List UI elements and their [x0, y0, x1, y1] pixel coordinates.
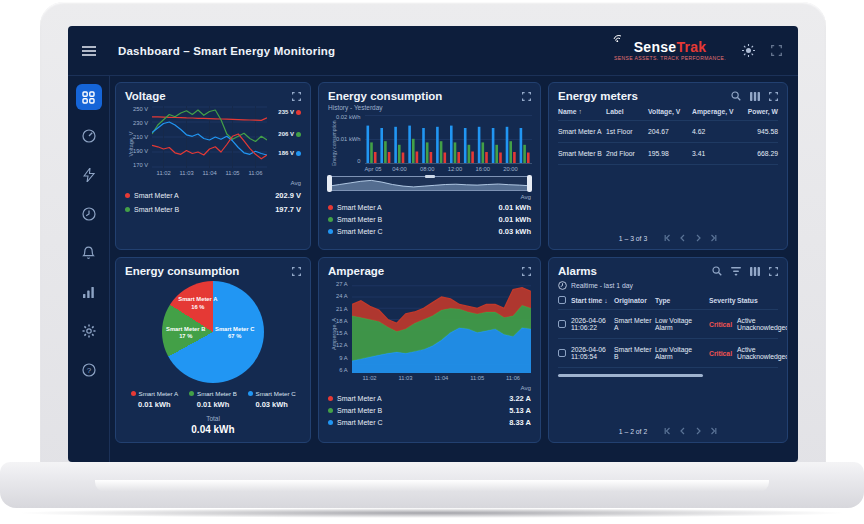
select-all-checkbox[interactable] [558, 296, 566, 304]
column-originator[interactable]: Originator [614, 297, 655, 304]
logo-text: SenseTrak [614, 40, 726, 54]
column-power[interactable]: Power, W [740, 108, 778, 115]
voltage-title: Voltage [125, 90, 166, 102]
alarm-type: Low Voltage Alarm [655, 317, 709, 331]
column-severity[interactable]: Severity [709, 297, 737, 304]
brand-logo: SenseTrak SENSE ASSETS. TRACK PERFORMANC… [614, 40, 726, 61]
bell-icon [82, 246, 95, 260]
column-voltage[interactable]: Voltage, V [648, 108, 692, 115]
chart-range-navigator[interactable] [328, 176, 531, 191]
header-right: SenseTrak SENSE ASSETS. TRACK PERFORMANC… [614, 40, 798, 61]
column-status[interactable]: Status [737, 297, 782, 304]
columns-icon [750, 92, 760, 101]
laptop-shadow [14, 508, 850, 518]
row-checkbox[interactable] [558, 349, 566, 357]
legend-item-smart-meter-b[interactable]: Smart Meter B5.13 A [328, 406, 531, 415]
horizontal-scrollbar[interactable] [558, 374, 703, 377]
navigator-right-handle[interactable] [527, 175, 532, 192]
sidebar-item-alarms[interactable] [76, 240, 102, 266]
sidebar-item-help[interactable]: ? [76, 357, 102, 383]
fullscreen-button[interactable] [771, 45, 782, 56]
voltage-y-axis-label: Voltage, V [125, 106, 133, 176]
voltage-fullscreen-button[interactable] [292, 92, 301, 101]
voltage-latest-values: 235 V 206 V 186 V [267, 106, 301, 176]
fullscreen-icon [292, 92, 301, 101]
meters-search-button[interactable] [731, 91, 741, 101]
navigator-preview-chart [329, 177, 530, 190]
row-checkbox[interactable] [558, 320, 566, 328]
latest-value: 206 V [278, 131, 301, 137]
column-name[interactable]: Name ↑ [558, 108, 606, 115]
page-last-button[interactable] [709, 427, 717, 435]
amperage-fullscreen-button[interactable] [522, 267, 531, 276]
page-next-button[interactable] [694, 427, 702, 435]
legend-item-smart-meter-a[interactable]: Smart Meter A202.9 V [125, 191, 301, 200]
alarm-type: Low Voltage Alarm [655, 346, 709, 360]
alarms-search-button[interactable] [712, 266, 722, 276]
dashboard-app: Dashboard – Smart Energy Monitoring Sens… [68, 26, 798, 462]
legend-item-smart-meter-c[interactable]: Smart Meter C8.33 A [328, 418, 531, 427]
meters-fullscreen-button[interactable] [769, 92, 778, 101]
pie-total-label: Total [125, 415, 301, 422]
legend-item-smart-meter-a[interactable]: Smart Meter A 0.01 kWh [125, 390, 184, 409]
sidebar-item-history[interactable] [76, 201, 102, 227]
sidebar-item-settings[interactable] [76, 318, 102, 344]
legend-item-smart-meter-c[interactable]: Smart Meter C0.03 kWh [328, 227, 531, 236]
logo-tagline: SENSE ASSETS. TRACK PERFORMANCE. [614, 56, 726, 61]
alarms-filter-button[interactable] [731, 267, 741, 276]
page-prev-button[interactable] [679, 427, 687, 435]
table-row[interactable]: 2026-04-0611:06:22 Smart Meter A Low Vol… [558, 309, 778, 338]
page-first-button[interactable] [664, 427, 672, 435]
gauge-icon [82, 129, 96, 143]
fullscreen-icon [769, 92, 778, 101]
gear-icon [82, 324, 96, 338]
avg-label: Avg [328, 384, 531, 391]
alarm-start-time: 2026-04-0611:06:22 [571, 317, 614, 331]
panel-amperage: Amperage Amperage, A 27 A24 A21 A18 A15 … [318, 257, 541, 443]
menu-button[interactable] [68, 46, 110, 56]
alarms-columns-button[interactable] [750, 267, 760, 276]
energy-bar-fullscreen-button[interactable] [522, 92, 531, 101]
theme-toggle-button[interactable] [742, 44, 755, 57]
energy-pie-chart[interactable]: Smart Meter C67 % Smart Meter B17 % Smar… [162, 281, 264, 383]
legend-item-smart-meter-b[interactable]: Smart Meter B0.01 kWh [328, 215, 531, 224]
sidebar-item-statistics[interactable] [76, 279, 102, 305]
page-title: Dashboard – Smart Energy Monitoring [118, 45, 335, 57]
alarms-fullscreen-button[interactable] [769, 267, 778, 276]
page-first-button[interactable] [664, 234, 672, 242]
page-last-button[interactable] [709, 234, 717, 242]
pie-fullscreen-button[interactable] [292, 267, 301, 276]
table-row[interactable]: Smart Meter A 1st Floor 204.67 4.62 945.… [558, 120, 778, 142]
legend-item-smart-meter-c[interactable]: Smart Meter C 0.03 kWh [242, 390, 301, 409]
column-start-time[interactable]: Start time ↓ [571, 297, 614, 304]
table-row[interactable]: Smart Meter B 2nd Floor 195.98 3.41 668.… [558, 142, 778, 164]
alarms-pagination: 1 – 2 of 2 [558, 423, 778, 435]
meters-columns-button[interactable] [750, 92, 760, 101]
table-row[interactable]: 2026-04-0611:05:54 Smart Meter B Low Vol… [558, 338, 778, 367]
laptop-lid: Dashboard – Smart Energy Monitoring Sens… [40, 2, 826, 480]
sidebar-item-dashboard[interactable] [76, 84, 102, 110]
legend-item-smart-meter-a[interactable]: Smart Meter A3.22 A [328, 394, 531, 403]
legend-item-smart-meter-a[interactable]: Smart Meter A0.01 kWh [328, 203, 531, 212]
legend-item-smart-meter-b[interactable]: Smart Meter B197.7 V [125, 205, 301, 214]
search-icon [712, 266, 722, 276]
alarms-realtime-filter[interactable]: Realtime - last 1 day [558, 281, 778, 290]
latest-value: 186 V [278, 150, 301, 156]
fullscreen-icon [522, 92, 531, 101]
navigator-left-handle[interactable] [327, 175, 332, 192]
main-grid: Voltage Voltage, V 250 V230 V210 V190 V1… [110, 76, 798, 462]
page-next-button[interactable] [694, 234, 702, 242]
sidebar-item-energy[interactable] [76, 162, 102, 188]
column-type[interactable]: Type [655, 297, 709, 304]
alarms-title: Alarms [558, 265, 597, 277]
amperage-y-axis-label: Amperage, A [328, 281, 336, 381]
alarms-table-header: Start time ↓ Originator Type Severity St… [558, 290, 778, 309]
avg-label: Avg [328, 193, 531, 200]
panel-energy-consumption-history: Energy consumption History - Yesterday E… [318, 82, 541, 250]
legend-item-smart-meter-b[interactable]: Smart Meter B 0.01 kWh [184, 390, 243, 409]
pie-slice-label-a: Smart Meter A16 % [178, 296, 217, 311]
column-label[interactable]: Label [606, 108, 648, 115]
sidebar-item-gauge[interactable] [76, 123, 102, 149]
column-amperage[interactable]: Amperage, V [692, 108, 740, 115]
page-prev-button[interactable] [679, 234, 687, 242]
